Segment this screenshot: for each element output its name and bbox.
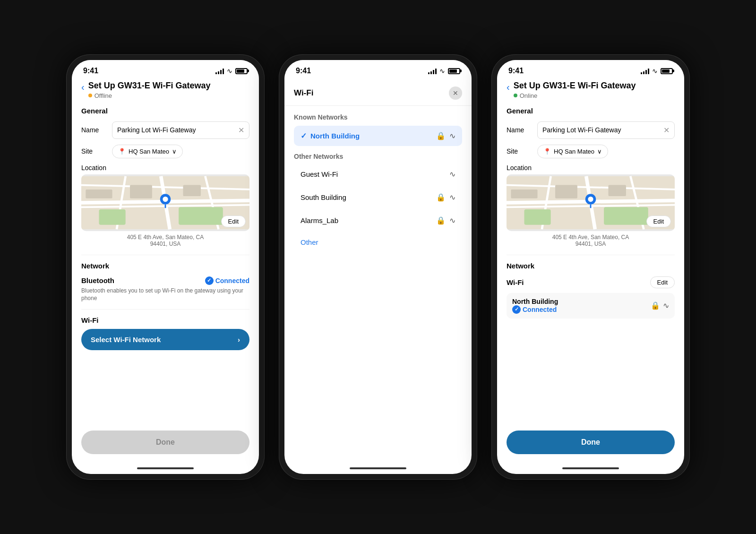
page-header-3: ‹ Set Up GW31-E Wi-Fi Gateway Online <box>507 79 675 99</box>
modal-header: Wi-Fi ✕ <box>284 79 472 106</box>
wifi-label-1: Wi-Fi <box>81 316 99 324</box>
bluetooth-status-1: ✓ Connected <box>205 276 249 285</box>
location-label-3: Location <box>507 164 533 172</box>
name-input-1[interactable]: Parking Lot Wi-Fi Gateway ✕ <box>112 121 249 139</box>
general-title-3: General <box>507 107 675 115</box>
status-time-2: 9:41 <box>296 67 311 75</box>
select-wifi-button-1[interactable]: Select Wi-Fi Network › <box>81 329 249 350</box>
wifi-check-icon-3: ✓ <box>512 305 521 314</box>
bluetooth-item-1: Bluetooth ✓ Connected Bluetooth enables … <box>81 276 249 303</box>
home-indicator-2 <box>350 467 406 469</box>
status-label-1: Offline <box>94 92 112 99</box>
name-input-3[interactable]: Parking Lot Wi-Fi Gateway ✕ <box>537 121 675 139</box>
site-label-3: Site <box>507 147 533 155</box>
status-icons-3: ∿ <box>641 67 673 75</box>
location-section-3: Location <box>507 164 675 247</box>
map-edit-button-1[interactable]: Edit <box>221 215 246 227</box>
general-title-1: General <box>81 107 249 115</box>
chevron-down-icon-3: ∨ <box>597 148 602 155</box>
status-bar-1: 9:41 ∿ <box>72 60 259 79</box>
name-clear-icon-3[interactable]: ✕ <box>663 126 670 135</box>
chevron-down-icon-1: ∨ <box>172 148 177 155</box>
status-bar-2: 9:41 ∿ <box>284 60 472 79</box>
other-network-name-2: Alarms_Lab <box>301 216 338 224</box>
wifi-signal-icon-ph3: ∿ <box>663 301 669 310</box>
wifi-label-3: Wi-Fi <box>507 278 524 286</box>
wifi-network-item-3: North Building ✓ Connected 🔒 ∿ <box>507 293 675 319</box>
page-title-3: Set Up GW31-E Wi-Fi Gateway <box>514 81 636 91</box>
other-network-icons-1: 🔒 ∿ <box>436 193 455 202</box>
wifi-signal-icon-3: ∿ <box>449 216 455 225</box>
done-button-1[interactable]: Done <box>81 431 249 454</box>
done-button-3[interactable]: Done <box>507 431 675 454</box>
status-icons-2: ∿ <box>428 67 460 75</box>
chevron-right-icon-1: › <box>238 336 240 344</box>
name-row-1: Name Parking Lot Wi-Fi Gateway ✕ <box>81 121 249 139</box>
other-network-item-1[interactable]: South Building 🔒 ∿ <box>294 187 462 207</box>
network-title-1: Network <box>81 262 249 270</box>
phone-1: 9:41 ∿ ‹ <box>66 54 265 480</box>
map-3[interactable]: Edit <box>507 174 675 231</box>
lock-icon-0: 🔒 <box>436 131 446 140</box>
wifi-row-1: Wi-Fi <box>81 316 249 324</box>
svg-rect-25 <box>608 185 626 196</box>
map-edit-button-3[interactable]: Edit <box>646 215 671 227</box>
modal-close-button[interactable]: ✕ <box>449 86 462 100</box>
wifi-network-icons-3: 🔒 ∿ <box>651 301 669 310</box>
name-clear-icon-1[interactable]: ✕ <box>238 126 244 135</box>
svg-point-28 <box>588 196 593 201</box>
site-button-3[interactable]: 📍 HQ San Mateo ∨ <box>537 145 608 158</box>
connected-check-icon-1: ✓ <box>205 276 214 285</box>
screen-content-3: ‹ Set Up GW31-E Wi-Fi Gateway Online Gen… <box>497 79 684 423</box>
svg-rect-9 <box>130 185 152 198</box>
map-1[interactable]: Edit <box>81 174 249 231</box>
back-button-1[interactable]: ‹ <box>81 82 85 93</box>
location-section-1: Location <box>81 164 249 247</box>
site-label-1: Site <box>81 147 107 155</box>
svg-rect-11 <box>86 189 112 198</box>
network-title-3: Network <box>507 262 675 270</box>
network-check-icon-0: ✓ <box>301 131 307 140</box>
location-pin-icon-3: 📍 <box>543 148 551 155</box>
other-network-link[interactable]: Other <box>294 233 462 251</box>
wifi-header-row-3: Wi-Fi Edit <box>507 276 675 288</box>
site-button-1[interactable]: 📍 HQ San Mateo ∨ <box>112 145 183 158</box>
known-networks-label: Known Networks <box>294 113 462 121</box>
phone-3: 9:41 ∿ ‹ <box>491 54 690 480</box>
battery-icon-2 <box>448 68 460 74</box>
svg-rect-23 <box>524 209 550 225</box>
status-bar-3: 9:41 ∿ <box>497 60 684 79</box>
wifi-icon-3: ∿ <box>652 67 658 75</box>
other-network-icons-0: ∿ <box>449 170 455 179</box>
home-indicator-1 <box>137 467 194 469</box>
phone-2: 9:41 ∿ Wi-Fi ✕ <box>279 54 477 480</box>
wifi-signal-icon-0: ∿ <box>449 131 455 140</box>
other-network-name-1: South Building <box>301 193 346 201</box>
status-icons-1: ∿ <box>215 67 248 75</box>
name-row-3: Name Parking Lot Wi-Fi Gateway ✕ <box>507 121 675 139</box>
signal-icon-3 <box>641 68 649 74</box>
modal-title: Wi-Fi <box>294 88 313 98</box>
known-network-item-0[interactable]: ✓ North Building 🔒 ∿ <box>294 126 462 146</box>
modal-content: Known Networks ✓ North Building 🔒 ∿ Othe… <box>284 106 472 464</box>
other-networks-label: Other Networks <box>294 153 462 160</box>
wifi-signal-icon-1: ∿ <box>449 170 455 179</box>
svg-rect-10 <box>183 185 200 196</box>
map-address-1: 405 E 4th Ave, San Mateo, CA 94401, USA <box>81 234 249 247</box>
wifi-edit-button-3[interactable]: Edit <box>650 276 675 288</box>
page-title-1: Set Up GW31-E Wi-Fi Gateway <box>88 81 211 91</box>
page-status-1: Offline <box>88 92 211 99</box>
status-label-3: Online <box>520 92 538 99</box>
battery-icon-3 <box>661 68 673 74</box>
location-label-1: Location <box>81 164 107 172</box>
status-dot-1 <box>88 94 92 97</box>
back-button-3[interactable]: ‹ <box>507 82 510 93</box>
bluetooth-desc-1: Bluetooth enables you to set up Wi-Fi on… <box>81 287 249 303</box>
wifi-network-name-3: North Building <box>512 298 558 305</box>
svg-point-13 <box>163 196 168 201</box>
other-network-item-2[interactable]: Alarms_Lab 🔒 ∿ <box>294 210 462 231</box>
known-network-name-0: North Building <box>310 132 360 140</box>
status-dot-3 <box>514 94 517 97</box>
other-network-item-0[interactable]: Guest Wi-Fi ∿ <box>294 164 462 184</box>
name-label-3: Name <box>507 126 533 134</box>
